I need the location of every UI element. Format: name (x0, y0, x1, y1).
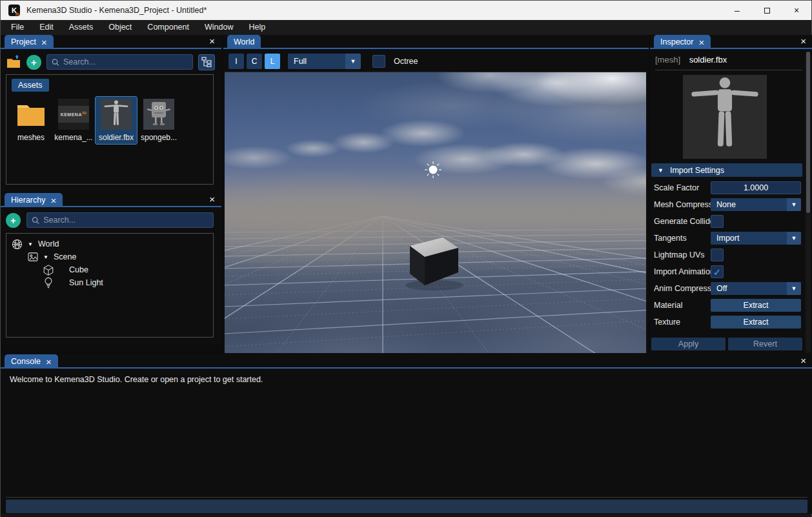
maximize-icon (764, 8, 770, 14)
add-asset-button[interactable]: + (26, 55, 41, 70)
close-button[interactable]: × (782, 1, 811, 20)
generate-collider-checkbox[interactable] (711, 215, 724, 228)
console-message: Welcome to Kemena3D Studio. Create or op… (10, 375, 263, 384)
field-row-texture: TextureExtract (654, 316, 804, 329)
material-extract-button[interactable]: Extract (711, 299, 801, 312)
field-label: Anim Compression (654, 284, 711, 293)
app-logo-icon: K3D (8, 5, 20, 16)
mode-button-l[interactable]: L (265, 54, 280, 69)
field-row-anim-compression: Anim CompressionOff▼ (654, 282, 804, 295)
minimize-button[interactable]: – (722, 1, 752, 20)
character-model-icon (146, 100, 172, 128)
project-search[interactable] (46, 54, 193, 70)
tree-item-sun-light[interactable]: Sun Light (6, 276, 213, 289)
menu-item-assets[interactable]: Assets (61, 20, 101, 35)
anim-compression-dropdown[interactable]: Off▼ (711, 282, 801, 295)
asset-item-spongeb[interactable]: spongeb... (138, 97, 179, 144)
render-mode-dropdown[interactable]: Full ▼ (288, 54, 361, 69)
tree-view-toggle-button[interactable] (198, 54, 215, 70)
project-content: Assets meshesKEMENA3Dkemena_...soldier.f… (6, 74, 214, 185)
texture-extract-button[interactable]: Extract (711, 316, 801, 329)
project-panel-close-icon[interactable]: × (209, 36, 215, 46)
field-label: Lightmap UVs (654, 250, 711, 259)
tab-console[interactable]: Console× (5, 354, 58, 369)
field-row-generate-collider: Generate Collider (654, 215, 804, 228)
import-settings-header[interactable]: ▼ Import Settings (651, 163, 802, 177)
light-bulb-icon (44, 277, 53, 289)
field-row-scale-factor: Scale Factor1.0000 (654, 181, 804, 194)
scale-factor-input[interactable]: 1.0000 (711, 181, 801, 194)
mesh-compression-dropdown[interactable]: None▼ (711, 198, 801, 211)
menu-item-object[interactable]: Object (101, 20, 139, 35)
tree-item-world[interactable]: ▼World (6, 238, 213, 250)
scrollbar-thumb[interactable] (806, 52, 810, 213)
tree-item-label: World (38, 239, 59, 248)
tree-item-scene[interactable]: ▼Scene (6, 250, 213, 263)
chevron-down-icon: ▼ (787, 232, 801, 245)
mesh-preview (683, 75, 767, 159)
expander-icon[interactable]: ▼ (43, 254, 49, 260)
maximize-button[interactable] (752, 1, 782, 20)
lightmap-uvs-checkbox[interactable] (711, 248, 724, 261)
tab-world[interactable]: World (227, 35, 261, 49)
octree-checkbox[interactable] (372, 55, 385, 68)
menu-item-window[interactable]: Window (197, 20, 241, 35)
asset-label: spongeb... (141, 133, 177, 142)
tab-hierarchy[interactable]: Hierarchy× (5, 193, 63, 207)
chevron-down-icon: ▼ (787, 198, 801, 211)
field-row-import-animation: Import Animation✓ (654, 265, 804, 278)
asset-label: meshes (17, 133, 45, 142)
inspector-scrollbar[interactable] (806, 52, 811, 353)
console-command-input[interactable] (6, 500, 807, 513)
tree-item-label: Scene (54, 252, 76, 261)
world-panel: World ICL Full ▼ Octree (223, 35, 649, 354)
chevron-down-icon: ▼ (658, 167, 664, 174)
project-search-input[interactable] (63, 57, 188, 66)
cube-object[interactable] (225, 72, 646, 353)
tree-item-cube[interactable]: Cube (6, 263, 213, 276)
asset-item-soldier-fbx[interactable]: soldier.fbx (96, 97, 137, 144)
asset-label: kemena_... (54, 133, 92, 142)
apply-button[interactable]: Apply (651, 338, 726, 350)
asset-item-kemena[interactable]: KEMENA3Dkemena_... (53, 97, 94, 144)
expander-icon[interactable]: ▼ (27, 241, 34, 247)
menu-item-component[interactable]: Component (139, 20, 197, 35)
sun-gizmo[interactable] (424, 161, 442, 179)
3d-viewport[interactable] (225, 72, 646, 353)
mode-button-i[interactable]: I (228, 54, 244, 69)
hierarchy-search[interactable] (26, 212, 214, 228)
hierarchy-content: ▼World▼SceneCubeSun Light (6, 233, 214, 338)
field-label: Scale Factor (654, 183, 711, 192)
menu-item-file[interactable]: File (3, 20, 32, 35)
kemena-logo-thumbnail: KEMENA3D (58, 99, 89, 130)
field-row-mesh-compression: Mesh CompressionNone▼ (654, 198, 804, 211)
menu-item-edit[interactable]: Edit (32, 20, 61, 35)
console-panel: Console× × Welcome to Kemena3D Studio. C… (1, 354, 812, 514)
asset-item-meshes[interactable]: meshes (10, 97, 52, 144)
field-label: Texture (654, 318, 711, 327)
import-animation-checkbox[interactable]: ✓ (711, 265, 724, 278)
window-title: Kemena3D Studio - Kemena3D_Project - Unt… (26, 6, 207, 15)
add-object-button[interactable]: + (6, 213, 21, 228)
mode-button-c[interactable]: C (247, 54, 262, 69)
import-folder-icon[interactable] (6, 55, 21, 69)
tangents-dropdown[interactable]: Import▼ (711, 232, 801, 245)
tab-close-icon[interactable]: × (698, 37, 704, 47)
breadcrumb-assets[interactable]: Assets (12, 79, 49, 92)
revert-button[interactable]: Revert (728, 338, 802, 350)
field-row-material: MaterialExtract (654, 299, 804, 312)
console-panel-close-icon[interactable]: × (800, 356, 806, 365)
inspector-panel-close-icon[interactable]: × (800, 36, 806, 46)
chevron-down-icon: ▼ (787, 282, 801, 295)
tab-project[interactable]: Project× (5, 35, 54, 49)
person-model-icon (103, 99, 129, 129)
tab-inspector[interactable]: Inspector× (654, 35, 711, 49)
asset-type-tag: [mesh] (655, 55, 680, 65)
menu-item-help[interactable]: Help (241, 20, 273, 35)
tab-close-icon[interactable]: × (46, 357, 52, 367)
hierarchy-panel-close-icon[interactable]: × (209, 194, 215, 204)
tab-close-icon[interactable]: × (41, 37, 47, 47)
hierarchy-search-input[interactable] (43, 216, 208, 225)
tab-close-icon[interactable]: × (51, 196, 57, 205)
field-label: Material (654, 301, 711, 310)
